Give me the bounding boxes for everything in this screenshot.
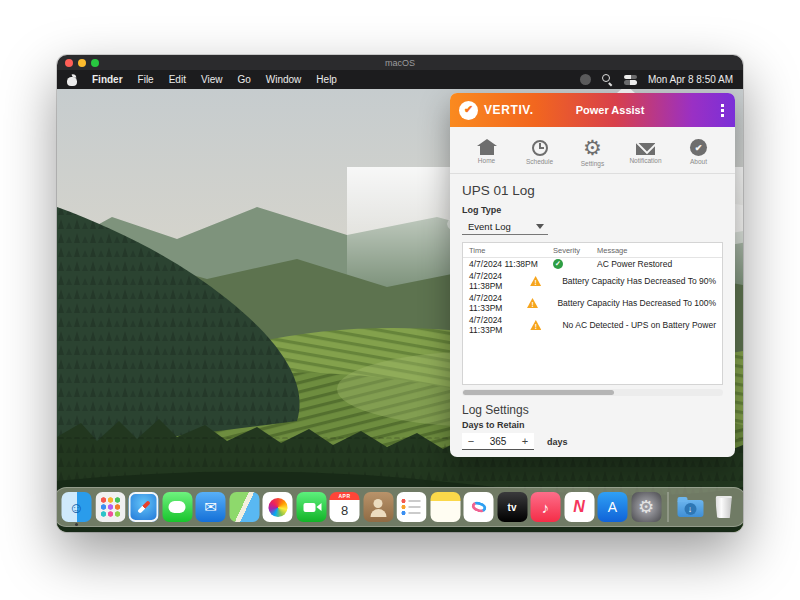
log-message: AC Power Restored: [597, 259, 716, 269]
apple-tv-icon[interactable]: tv: [497, 492, 527, 522]
decrement-button[interactable]: −: [462, 434, 480, 449]
macos-menu-bar: Finder File Edit View Go Window Help Mon…: [57, 70, 743, 89]
severity-icon: !: [530, 320, 541, 330]
table-row: 4/7/2024 11:33PM ! Battery Capacity Has …: [463, 292, 722, 314]
column-time: Time: [469, 246, 553, 255]
nav-label: Home: [478, 157, 495, 164]
schedule-clock-icon: [532, 140, 548, 156]
column-severity: Severity: [553, 246, 597, 255]
nav-label: Settings: [581, 160, 605, 167]
app-store-icon[interactable]: A: [598, 492, 628, 522]
days-to-retain-label: Days to Retain: [462, 420, 723, 430]
nav-label: Schedule: [526, 158, 553, 165]
calendar-icon[interactable]: 8 APR: [330, 492, 360, 522]
messages-icon[interactable]: [162, 492, 192, 522]
table-row: 4/7/2024 11:38PM ! Battery Capacity Has …: [463, 270, 722, 292]
facetime-icon[interactable]: [296, 492, 326, 522]
horizontal-scrollbar: [462, 389, 723, 396]
header-divider: [450, 173, 735, 174]
popover-arrow: [617, 89, 635, 93]
notes-icon[interactable]: [430, 492, 460, 522]
about-vertiv-icon: [690, 139, 707, 156]
menu-item[interactable]: Go: [237, 74, 250, 85]
menu-item[interactable]: View: [201, 74, 223, 85]
vertiv-logo-icon: [459, 101, 478, 120]
app-header: VERTIV. Power Assist: [450, 93, 735, 127]
desktop: VERTIV. Power Assist Home Schedule: [57, 89, 743, 532]
control-center-icon[interactable]: [624, 75, 637, 85]
menu-item[interactable]: Edit: [169, 74, 186, 85]
table-row: 4/7/2024 11:33PM ! No AC Detected - UPS …: [463, 314, 722, 336]
menu-items: Finder File Edit View Go Window Help: [67, 74, 337, 86]
finder-icon[interactable]: ☺: [62, 492, 92, 522]
table-header: Time Severity Message: [463, 243, 722, 258]
menu-item[interactable]: Window: [266, 74, 302, 85]
scrollbar-thumb[interactable]: [463, 390, 614, 395]
settings-gear-icon: ⚙: [583, 137, 602, 158]
days-unit-label: days: [547, 437, 568, 447]
log-message: No AC Detected - UPS on Battery Power: [562, 320, 716, 330]
log-settings-title: Log Settings: [462, 403, 723, 417]
news-icon[interactable]: N: [564, 492, 594, 522]
log-time: 4/7/2024 11:38PM: [469, 271, 530, 291]
freeform-icon[interactable]: [464, 492, 494, 522]
reminders-icon[interactable]: [397, 492, 427, 522]
mail-icon[interactable]: ✉: [196, 492, 226, 522]
home-icon: [480, 146, 494, 155]
overflow-menu-icon[interactable]: [719, 102, 726, 119]
chevron-down-icon: [536, 224, 544, 229]
days-stepper-row: − 365 + days: [462, 433, 723, 450]
brand-name: VERTIV.: [484, 103, 534, 117]
app-title: Power Assist: [555, 104, 665, 116]
increment-button[interactable]: +: [516, 434, 534, 449]
menu-item[interactable]: Finder: [92, 74, 123, 85]
nav-item[interactable]: Home: [460, 130, 513, 171]
log-type-dropdown[interactable]: Event Log: [462, 219, 548, 235]
vertiv-menubar-icon[interactable]: [580, 74, 591, 85]
window-titlebar[interactable]: macOS: [57, 55, 743, 70]
window-title: macOS: [57, 58, 743, 68]
trash-icon[interactable]: [709, 492, 739, 522]
nav-item[interactable]: Schedule: [513, 130, 566, 171]
log-type-label: Log Type: [462, 205, 723, 215]
notification-envelope-icon: [636, 143, 655, 155]
safari-icon[interactable]: [129, 492, 159, 522]
log-time: 4/7/2024 11:33PM: [469, 293, 527, 313]
search-icon[interactable]: [602, 74, 613, 85]
contacts-icon[interactable]: [363, 492, 393, 522]
launchpad-icon[interactable]: [95, 492, 125, 522]
downloads-folder-icon[interactable]: ↓: [675, 492, 705, 522]
quantity-stepper: − 365 +: [462, 433, 534, 450]
log-type-value: Event Log: [462, 221, 536, 232]
log-time: 4/7/2024 11:38PM: [469, 259, 553, 269]
music-icon[interactable]: ♪: [531, 492, 561, 522]
nav-label: Notification: [629, 157, 661, 164]
log-time: 4/7/2024 11:33PM: [469, 315, 530, 335]
page-title: UPS 01 Log: [462, 183, 723, 198]
power-assist-popover: VERTIV. Power Assist Home Schedule: [450, 93, 735, 457]
log-message: Battery Capacity Has Decreased To 90%: [562, 276, 716, 286]
menu-clock[interactable]: Mon Apr 8 8:50 AM: [648, 74, 733, 85]
severity-icon: !: [527, 298, 538, 308]
days-to-retain-value[interactable]: 365: [480, 436, 516, 447]
apple-logo-icon[interactable]: [67, 74, 77, 86]
app-nav: Home Schedule ⚙ Settings Notifica: [450, 127, 735, 171]
menu-item[interactable]: Help: [316, 74, 337, 85]
photos-icon[interactable]: [263, 492, 293, 522]
system-settings-icon[interactable]: ⚙: [631, 492, 661, 522]
column-message: Message: [597, 246, 716, 255]
nav-item[interactable]: ⚙ Settings: [566, 130, 619, 171]
dock-separator[interactable]: [668, 492, 669, 522]
menu-item[interactable]: File: [138, 74, 154, 85]
nav-item[interactable]: About: [672, 130, 725, 171]
table-row: 4/7/2024 11:38PM ✓ AC Power Restored: [463, 258, 722, 270]
log-message: Battery Capacity Has Decreased To 100%: [557, 298, 716, 308]
menu-status-area: Mon Apr 8 8:50 AM: [580, 74, 733, 85]
table-body: 4/7/2024 11:38PM ✓ AC Power Restored 4/7…: [463, 258, 722, 336]
severity-icon: !: [530, 276, 541, 286]
nav-label: About: [690, 158, 707, 165]
nav-item[interactable]: Notification: [619, 130, 672, 171]
macos-vm-window: macOS Finder File Edit View Go Window He…: [57, 55, 743, 532]
maps-icon[interactable]: [229, 492, 259, 522]
app-content: UPS 01 Log Log Type Event Log Time Sever…: [450, 183, 735, 450]
